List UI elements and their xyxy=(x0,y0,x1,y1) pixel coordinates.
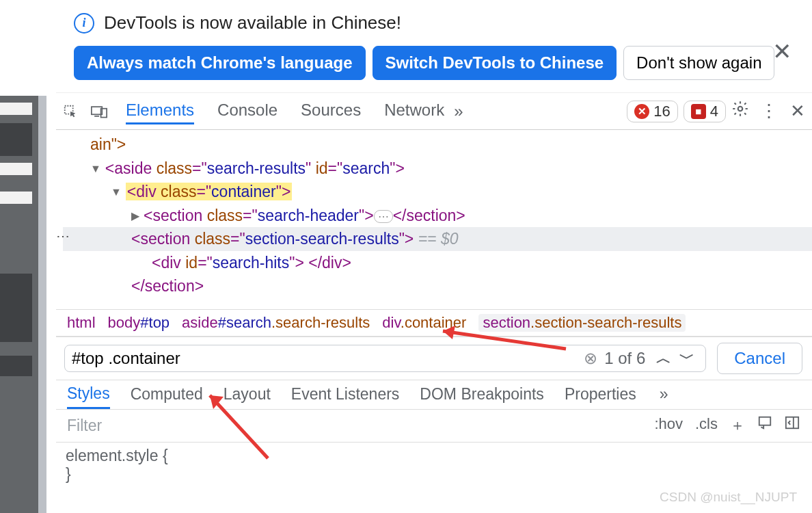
search-prev-icon[interactable]: ︿ xyxy=(652,348,675,369)
cancel-button[interactable]: Cancel xyxy=(717,343,802,374)
crumb-section-results[interactable]: section.section-search-results xyxy=(478,314,686,332)
crumb-div-container[interactable]: div.container xyxy=(382,314,466,332)
search-next-icon[interactable]: ﹀ xyxy=(675,348,699,369)
crumb-body[interactable]: body#top xyxy=(108,314,170,332)
inspect-icon[interactable] xyxy=(56,104,85,119)
clear-search-icon[interactable]: ⊗ xyxy=(584,349,597,368)
devtools-tabbar: Elements Console Sources Network » ✕16 ■… xyxy=(56,93,812,130)
error-count: 16 xyxy=(653,103,670,120)
cls-toggle[interactable]: .cls xyxy=(695,415,718,436)
switch-language-button[interactable]: Switch DevTools to Chinese xyxy=(373,46,617,80)
dom-node-search-hits[interactable]: <div id="search-hits"> </div> xyxy=(63,251,812,275)
settings-icon[interactable] xyxy=(726,100,755,122)
styles-subtabs: Styles Computed Layout Event Listeners D… xyxy=(56,380,812,410)
format-icon[interactable] xyxy=(757,415,772,436)
device-toggle-icon[interactable] xyxy=(85,105,113,118)
tab-elements[interactable]: Elements xyxy=(126,98,194,124)
close-devtools-icon[interactable]: ✕ xyxy=(783,101,812,122)
issue-count-pill[interactable]: ■4 xyxy=(684,101,726,122)
notice-message: DevTools is now available in Chinese! xyxy=(104,12,401,34)
subtab-properties[interactable]: Properties xyxy=(565,385,636,408)
watermark: CSDN @nuist__NJUPT xyxy=(660,490,797,505)
subtab-event-listeners[interactable]: Event Listeners xyxy=(291,385,400,408)
error-icon: ✕ xyxy=(634,104,649,119)
selected-indicator: == $0 xyxy=(414,230,458,248)
subtab-layout[interactable]: Layout xyxy=(224,385,271,408)
subtab-dom-breakpoints[interactable]: DOM Breakpoints xyxy=(420,385,544,408)
close-icon[interactable]: ✕ xyxy=(772,38,791,65)
dom-fragment: ain"> xyxy=(90,135,126,153)
tab-console[interactable]: Console xyxy=(217,98,278,124)
element-style-block[interactable]: element.style { } xyxy=(56,443,812,488)
dom-close-section[interactable]: </section> xyxy=(63,274,812,298)
dont-show-again-button[interactable]: Don't show again xyxy=(623,46,774,80)
subtab-styles[interactable]: Styles xyxy=(67,384,110,409)
subtab-computed[interactable]: Computed xyxy=(131,385,203,408)
dom-node-aside[interactable]: <aside class="search-results" id="search… xyxy=(63,157,812,181)
styles-filter-row: :hov .cls ＋ xyxy=(56,410,812,443)
language-notice: i DevTools is now available in Chinese! … xyxy=(56,0,812,93)
style-close-brace: } xyxy=(66,465,802,484)
hov-toggle[interactable]: :hov xyxy=(654,415,683,436)
crumb-aside[interactable]: aside#search.search-results xyxy=(182,314,370,332)
error-count-pill[interactable]: ✕16 xyxy=(627,101,677,122)
tabs-overflow-icon[interactable]: » xyxy=(444,102,472,121)
dom-tree[interactable]: ain"> <aside class="search-results" id="… xyxy=(56,130,812,309)
page-background xyxy=(0,96,46,513)
always-match-language-button[interactable]: Always match Chrome's language xyxy=(74,46,366,80)
dom-node-search-header[interactable]: <section class="search-header">⋯</sectio… xyxy=(63,204,812,228)
dom-node-section-search-results[interactable]: <section class="section-search-results">… xyxy=(63,227,812,251)
dom-node-container[interactable]: <div class="container"> xyxy=(63,180,812,204)
collapsed-icon[interactable]: ⋯ xyxy=(374,210,393,223)
search-input[interactable] xyxy=(72,349,584,368)
new-style-rule-icon[interactable]: ＋ xyxy=(730,415,745,436)
dom-search-bar: ⊗ 1 of 6 ︿ ﹀ Cancel xyxy=(56,337,812,380)
svg-point-4 xyxy=(738,107,743,111)
subtabs-overflow-icon[interactable]: » xyxy=(660,385,668,408)
issue-count: 4 xyxy=(710,103,718,120)
toggle-sidebar-icon[interactable] xyxy=(785,415,800,436)
search-result-count: 1 of 6 xyxy=(597,349,652,368)
issue-icon: ■ xyxy=(691,104,706,119)
tab-network[interactable]: Network xyxy=(384,98,444,124)
info-icon: i xyxy=(74,13,94,34)
tab-sources[interactable]: Sources xyxy=(301,98,361,124)
svg-rect-7 xyxy=(759,417,771,425)
crumb-html[interactable]: html xyxy=(67,314,96,332)
more-menu-icon[interactable]: ⋮ xyxy=(755,101,783,122)
style-selector: element.style { xyxy=(66,447,802,465)
breadcrumb: html body#top aside#search.search-result… xyxy=(56,309,812,337)
styles-filter-input[interactable] xyxy=(56,410,642,442)
devtools-panel: i DevTools is now available in Chinese! … xyxy=(56,0,812,513)
